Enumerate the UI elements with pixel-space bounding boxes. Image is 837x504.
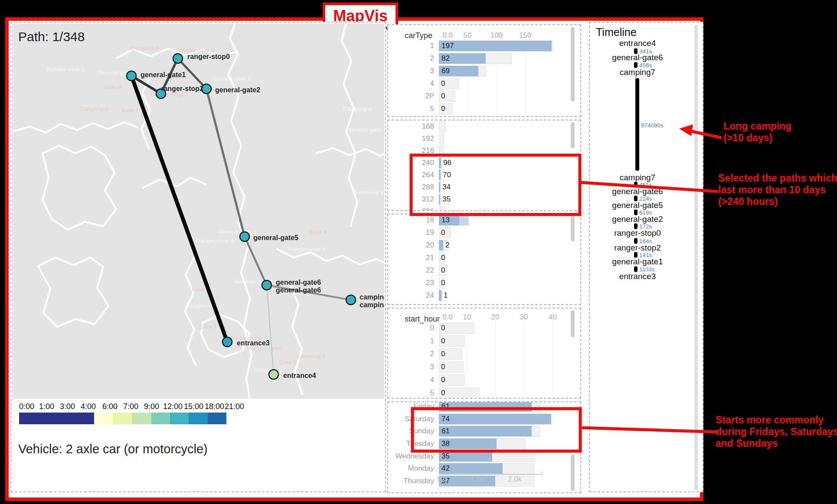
histogram-row-duration-hours-264[interactable]: 26470 <box>388 169 580 181</box>
map-place-label: Ranger-stop 5 <box>288 246 325 252</box>
histogram-row-end-hour-21[interactable]: 210 <box>388 251 580 264</box>
map-svg: Entrance 0Ranger-stop 1General-gate 1Ran… <box>12 23 384 399</box>
histogram-row-weekday-Monday[interactable]: Monday42 <box>388 462 580 475</box>
histogram-row-weekday-Saturday[interactable]: Saturday74 <box>388 413 580 426</box>
row-value: 197 <box>441 42 454 50</box>
row-label: 5 <box>430 104 434 113</box>
scrollbar-thumb-starthour[interactable] <box>571 310 575 337</box>
histogram-row-start_hour-5[interactable]: 50 <box>388 387 580 399</box>
histogram-row-end-hour-24[interactable]: 241 <box>388 289 580 302</box>
histogram-row-start_hour-1[interactable]: 10 <box>388 335 580 348</box>
path-counter: Path: 1/348 <box>18 29 85 44</box>
row-label: Thursday <box>403 477 434 485</box>
scrollbar-thumb-duration[interactable] <box>571 122 575 148</box>
row-label: 4 <box>430 376 434 384</box>
histogram-row-end-hour-19[interactable]: 190 <box>388 226 580 239</box>
histogram-row-weekday-Friday[interactable]: Friday61 <box>388 401 580 413</box>
map-place-label: General-gate 3 <box>347 127 384 133</box>
row-value: 0 <box>441 228 445 237</box>
row-value: 38 <box>441 439 450 448</box>
histogram-row-duration-hours-216[interactable]: 216 <box>388 145 580 157</box>
histogram-row-end-hour-18[interactable]: 1813 <box>388 214 580 226</box>
legend-time-label: 21:00 <box>225 402 244 411</box>
legend-time-label: 18:00 <box>205 402 224 411</box>
row-value: 34 <box>442 183 451 192</box>
map-node-label: ranger-stop0 <box>187 53 230 60</box>
row-value: 96 <box>443 159 451 167</box>
row-value: 0 <box>441 324 445 332</box>
legend-color-swatch-3 <box>132 413 151 424</box>
histogram-row-weekday-Thursday[interactable]: Thursday37 <box>388 475 580 488</box>
histogram-row-carType-2[interactable]: 282 <box>388 52 580 65</box>
histogram-row-carType-4[interactable]: 40 <box>388 77 580 90</box>
row-value: 2 <box>445 241 449 250</box>
histogram-row-duration-hours-192[interactable]: 192 <box>388 133 580 145</box>
row-label: 2P <box>425 92 434 101</box>
timeline-scrollbar[interactable] <box>694 25 698 490</box>
map-node-entrance4[interactable] <box>269 370 278 379</box>
histogram-row-duration-hours-288[interactable]: 28834 <box>388 181 580 193</box>
timeline-long-stay-bar <box>635 78 639 171</box>
histogram-row-carType-3[interactable]: 369 <box>388 65 580 77</box>
timeline-station: general-gate1 <box>590 257 685 267</box>
histogram-row-start_hour-0[interactable]: 00 <box>388 322 580 335</box>
row-label: 18 <box>426 216 434 224</box>
row-value-bar <box>439 41 552 51</box>
map-node-label: camping7 <box>360 293 384 301</box>
map-place-label: Gate 0 <box>104 84 121 91</box>
map-node-general-gate1[interactable] <box>127 71 136 81</box>
histogram-row-start_hour-2[interactable]: 20 <box>388 348 580 361</box>
map-node-label: general-gate5 <box>253 234 298 241</box>
axis-tick-label: 150 <box>519 31 531 40</box>
annotation-weekday-note: Starts more commonlyduring Fridays, Satu… <box>716 414 837 449</box>
histogram-row-start_hour-4[interactable]: 40 <box>388 374 580 387</box>
histogram-row-duration-hours-336[interactable]: 336 <box>388 205 580 211</box>
histogram-row-weekday-Wednesday[interactable]: Wednesday35 <box>388 450 580 462</box>
row-label: 5 <box>430 389 434 397</box>
row-label: 192 <box>422 134 434 143</box>
chart-panel-weekday: Friday61Saturday74Sunday61Tuesday38Wedne… <box>387 401 581 493</box>
map-node-ranger-stop0[interactable] <box>173 54 183 63</box>
histogram-row-carType-2P[interactable]: 2P0 <box>388 90 580 102</box>
histogram-row-end-hour-22[interactable]: 220 <box>388 264 580 276</box>
histogram-row-start_hour-3[interactable]: 30 <box>388 361 580 374</box>
map-node-general-gate6[interactable] <box>262 280 271 290</box>
row-label: 312 <box>422 195 434 204</box>
scrollbar-thumb-cartype[interactable] <box>571 27 575 101</box>
scrollbar-thumb-endhour[interactable] <box>571 216 575 241</box>
map-node-label: general-gate6 <box>276 279 321 286</box>
histogram-row-duration-hours-312[interactable]: 31235 <box>388 193 580 205</box>
histogram-row-carType-1[interactable]: 1197 <box>388 39 580 52</box>
map-node-general-gate5[interactable] <box>240 232 249 241</box>
map-canvas[interactable]: Entrance 0Ranger-stop 1General-gate 1Ran… <box>12 23 384 399</box>
histogram-row-weekday-Sunday[interactable]: Sunday61 <box>388 425 580 438</box>
row-value-bar <box>439 170 441 180</box>
row-label: 0 <box>430 324 434 332</box>
row-label: Saturday <box>405 415 434 423</box>
histogram-row-duration-hours-168[interactable]: 168 <box>388 120 580 133</box>
histogram-row-weekday-Tuesday[interactable]: Tuesday38 <box>388 438 580 450</box>
map-node-camping7[interactable] <box>346 295 356 305</box>
row-label: Friday <box>414 402 434 411</box>
row-label: Sunday <box>409 427 434 436</box>
row-value-bar <box>439 414 551 424</box>
row-value-bar <box>439 426 532 436</box>
legend-time-label: 0:00 <box>19 402 34 411</box>
histogram-row-duration-hours-240[interactable]: 24096 <box>388 157 580 169</box>
timeline-station: camping7 <box>590 173 685 182</box>
map-place-label: Gate 4 <box>310 229 327 235</box>
timeline-station: camping7 <box>590 68 685 77</box>
histogram-row-end-hour-23[interactable]: 230 <box>388 276 580 289</box>
axis-tick-label: 0.0 <box>442 31 453 40</box>
scrollbar-thumb-weekday[interactable] <box>571 454 575 491</box>
legend-time-label: 12:00 <box>163 402 183 411</box>
histogram-row-carType-5[interactable]: 50 <box>388 102 580 115</box>
map-node-entrance3[interactable] <box>222 337 232 347</box>
map-place-label: General-gate 2 <box>212 75 251 82</box>
histogram-row-end-hour-20[interactable]: 202 <box>388 239 580 251</box>
row-label: 22 <box>426 266 434 275</box>
row-value: 13 <box>441 216 450 224</box>
timeline-station: ranger-stop0 <box>590 228 685 238</box>
chart-panel-carType: carType0.0501001501197282369402P050 <box>387 24 581 117</box>
row-value: 69 <box>441 67 450 75</box>
